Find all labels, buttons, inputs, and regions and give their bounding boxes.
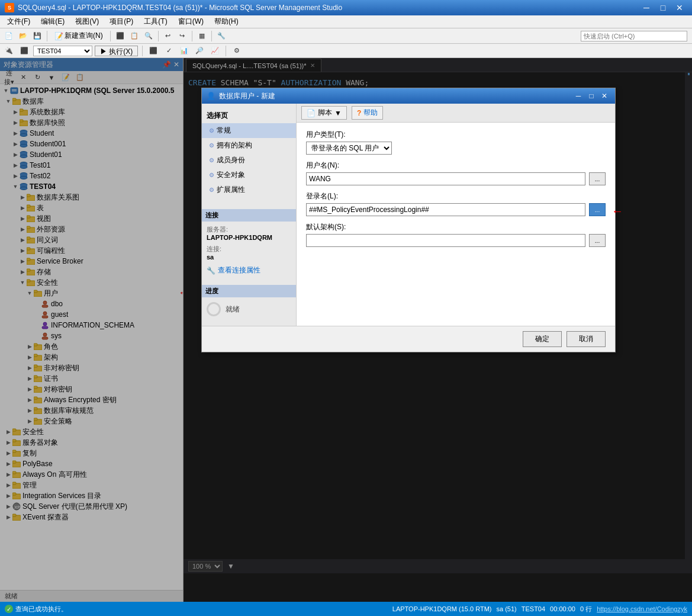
help-label: 帮助 <box>363 108 378 118</box>
dialog-title-left: 👤 数据库用户 - 新建 <box>207 91 275 101</box>
username-input[interactable] <box>306 172 585 185</box>
schema-browse-btn[interactable]: ... <box>589 234 606 247</box>
toolbar-redo[interactable]: ↪ <box>176 30 189 42</box>
menu-project[interactable]: 项目(P) <box>105 15 138 28</box>
query-toolbar-sep <box>142 46 143 56</box>
user-type-row: 用户类型(T): 带登录名的 SQL 用户 <box>306 130 606 155</box>
script-label: 脚本 <box>318 108 332 118</box>
dialog-overlay: 👤 数据库用户 - 新建 ─ □ ✕ 选择页 ⚙ 常规 <box>0 58 692 602</box>
default-schema-row: 默认架构(S): ... <box>306 222 606 247</box>
login-input[interactable] <box>306 203 585 216</box>
server-info: LAPTOP-HPK1DQRM (15.0 RTM) <box>392 605 492 612</box>
ok-button[interactable]: 确定 <box>523 331 562 347</box>
user-type-label: 用户类型(T): <box>306 130 606 140</box>
search-input[interactable] <box>581 31 687 41</box>
selector-item-general[interactable]: ⚙ 常规 <box>202 123 296 138</box>
db-info: TEST04 <box>522 605 545 612</box>
toolbar-open[interactable]: 📂 <box>17 30 30 42</box>
database-selector[interactable]: TEST04 <box>33 46 92 56</box>
view-props-link[interactable]: 🔧 查看连接属性 <box>207 265 291 275</box>
minimize-button[interactable]: ─ <box>639 2 654 14</box>
menu-file[interactable]: 文件(F) <box>2 15 35 28</box>
query-toolbar-sep2 <box>226 46 226 56</box>
menu-tools[interactable]: 工具(T) <box>139 15 172 28</box>
app-icon: S <box>5 3 14 12</box>
dialog-maximize-btn[interactable]: □ <box>585 91 597 101</box>
title-bar-controls: ─ □ ✕ <box>639 2 687 14</box>
menu-window[interactable]: 窗口(W) <box>173 15 208 28</box>
quick-search <box>578 30 690 43</box>
selector-connection-section: 连接 服务器: LAPTOP-HPK1DQRM 连接: sa 🔧 查看连接属性 <box>202 209 296 279</box>
query-btn-6[interactable]: 📈 <box>208 45 221 57</box>
query-stop-btn[interactable]: ⬛ <box>147 45 160 57</box>
selector-item-owned-schemas[interactable]: ⚙ 拥有的架构 <box>202 138 296 153</box>
script-button[interactable]: 📄 脚本 ▼ <box>301 106 347 120</box>
progress-spinner <box>207 302 221 316</box>
script-icon: 📄 <box>307 109 316 117</box>
selector-item-extprops[interactable]: ⚙ 扩展属性 <box>202 182 296 197</box>
toolbar-btn-3[interactable]: ⬛ <box>114 30 127 42</box>
menu-bar: 文件(F) 编辑(E) 视图(V) 项目(P) 工具(T) 窗口(W) 帮助(H… <box>0 15 692 28</box>
view-props-icon: 🔧 <box>207 267 215 275</box>
rows-info: 0 行 <box>580 605 592 614</box>
time-info: 00:00:00 <box>550 605 575 612</box>
toolbar-undo[interactable]: ↩ <box>162 30 175 42</box>
maximize-button[interactable]: □ <box>655 2 671 14</box>
blog-link[interactable]: https://blog.csdn.net/Codingzyk <box>597 605 687 612</box>
connection-label: 连接: <box>207 245 291 254</box>
toolbar-btn-5[interactable]: 🔍 <box>142 30 155 42</box>
execute-button[interactable]: ▶ 执行(X) <box>95 46 138 56</box>
user-type-select[interactable]: 带登录名的 SQL 用户 <box>306 142 392 155</box>
selector-item-securable[interactable]: ⚙ 安全对象 <box>202 168 296 182</box>
selector-item-membership[interactable]: ⚙ 成员身份 <box>202 153 296 168</box>
extprops-icon: ⚙ <box>209 187 214 193</box>
status-right: LAPTOP-HPK1DQRM (15.0 RTM) sa (51) TEST0… <box>392 605 687 614</box>
toolbar-btn-7[interactable]: 🔧 <box>215 30 228 42</box>
login-label: 登录名(L): <box>306 191 606 201</box>
server-value: LAPTOP-HPK1DQRM <box>207 234 291 241</box>
owned-schemas-icon: ⚙ <box>209 142 214 149</box>
progress-header: 进度 <box>202 285 296 297</box>
login-control-row: ... ← <box>306 203 606 216</box>
toolbar-save[interactable]: 💾 <box>31 30 44 42</box>
query-btn-5[interactable]: 🔎 <box>193 45 206 57</box>
query-toolbar-btn2[interactable]: ⬛ <box>18 45 31 57</box>
schema-input[interactable] <box>306 234 585 247</box>
login-browse-arrow: ← <box>611 204 623 218</box>
new-query-button[interactable]: 📝 新建查询(N) <box>50 29 107 43</box>
toolbar-btn-6[interactable]: ▦ <box>195 30 208 42</box>
dialog-minimize-btn[interactable]: ─ <box>572 91 584 101</box>
login-browse-btn[interactable]: ... <box>589 203 606 216</box>
toolbar-sep-3 <box>158 31 159 41</box>
cancel-button[interactable]: 取消 <box>567 331 606 347</box>
window-title: SQLQuery4.sql - LAPTOP-HPK1DQRM.TEST04 (… <box>18 4 342 12</box>
selector-title: 选择页 <box>202 108 296 123</box>
dialog-title-controls: ─ □ ✕ <box>572 91 610 101</box>
toolbar-sep-4 <box>192 31 192 41</box>
query-connect-btn[interactable]: 🔌 <box>2 45 15 57</box>
help-icon: ? <box>357 109 361 117</box>
query-plan-btn[interactable]: 📊 <box>178 45 191 57</box>
title-bar-left: S SQLQuery4.sql - LAPTOP-HPK1DQRM.TEST04… <box>5 3 342 12</box>
username-browse-btn[interactable]: ... <box>589 172 606 185</box>
query-parse-btn[interactable]: ✓ <box>162 45 175 57</box>
help-button[interactable]: ? 帮助 <box>352 106 383 120</box>
close-button[interactable]: ✕ <box>672 2 687 14</box>
query-btn-7[interactable]: ⚙ <box>230 45 243 57</box>
dialog-close-btn[interactable]: ✕ <box>598 91 610 101</box>
progress-body: 就绪 <box>202 297 296 321</box>
progress-status: 就绪 <box>226 304 240 315</box>
schema-control-row: ... <box>306 234 606 247</box>
status-bar: ✓ 查询已成功执行。 LAPTOP-HPK1DQRM (15.0 RTM) sa… <box>0 602 692 616</box>
selector-label-owned-schemas: 拥有的架构 <box>217 140 252 150</box>
menu-edit[interactable]: 编辑(E) <box>36 15 69 28</box>
menu-help[interactable]: 帮助(H) <box>210 15 243 28</box>
connection-name-row: 连接: sa <box>207 245 291 261</box>
menu-view[interactable]: 视图(V) <box>70 15 104 28</box>
form-area: 📄 脚本 ▼ ? 帮助 用户类型(T): <box>297 104 615 326</box>
selector-panel: 选择页 ⚙ 常规 ⚙ 拥有的架构 ⚙ 成员身份 ⚙ 安 <box>202 104 297 326</box>
toolbar-btn-4[interactable]: 📋 <box>128 30 141 42</box>
new-query-icon: 📝 <box>54 32 63 40</box>
selector-label-extprops: 扩展属性 <box>217 185 245 195</box>
toolbar-new-file[interactable]: 📄 <box>2 30 15 42</box>
